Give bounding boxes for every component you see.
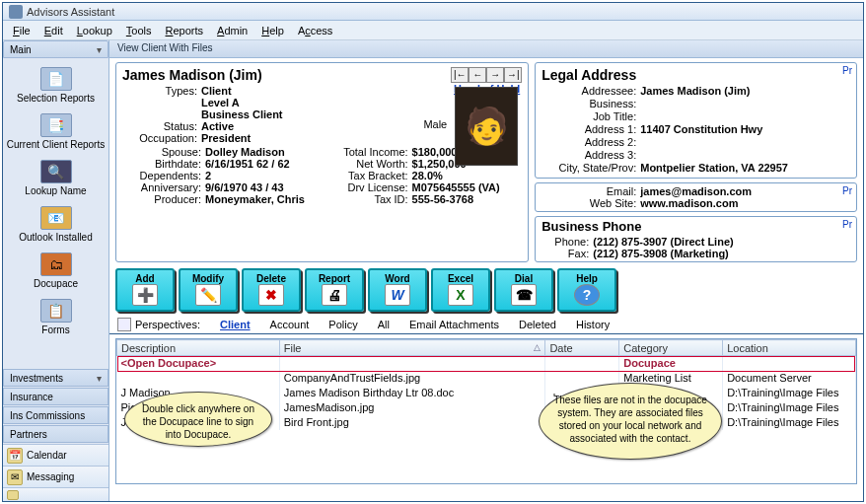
table-row[interactable]: CompanyAndTrustFields.jpg Marketing List… <box>117 371 856 386</box>
menu-reports[interactable]: Reports <box>160 23 210 38</box>
addr3-label: Address 3: <box>541 149 640 161</box>
email-value[interactable]: james@madison.com <box>640 185 850 197</box>
col-description[interactable]: Description <box>117 340 280 356</box>
addr2-label: Address 2: <box>541 136 640 148</box>
top-panes: James Madison (Jim) |← ← → →| Head of Hs… <box>109 58 863 262</box>
status-label: Status: <box>122 120 201 132</box>
sidebar-tab-investments[interactable]: Investments▾ <box>3 369 108 387</box>
menu-tools[interactable]: Tools <box>120 23 158 38</box>
cell: D:\Training\Image Files <box>723 415 856 430</box>
perspective-email-attachments[interactable]: Email Attachments <box>409 319 499 330</box>
sidebar-tab-main-label: Main <box>10 44 32 55</box>
menu-help[interactable]: Help <box>255 23 290 38</box>
business-value <box>640 98 850 109</box>
report-button[interactable]: Report🖨 <box>305 268 364 312</box>
sidebar-calendar[interactable]: 📅Calendar <box>3 444 108 466</box>
anniversary-label: Anniversary: <box>122 181 201 193</box>
sidebar-item-lookup-name[interactable]: 🔍 Lookup Name <box>3 156 108 202</box>
table-row[interactable]: <Open Docupace> Docupace <box>117 356 856 371</box>
menu-access[interactable]: Access <box>292 23 338 38</box>
modify-button[interactable]: Modify✏️ <box>179 268 238 312</box>
client-reports-icon: 📑 <box>40 113 72 137</box>
help-button[interactable]: Help? <box>557 268 616 312</box>
drv-license-value: M075645555 (VA) <box>412 181 523 193</box>
cell-file <box>279 356 545 371</box>
delete-button[interactable]: Delete✖ <box>242 268 301 312</box>
sidebar-item-outlook[interactable]: 📧 Outlook Installed <box>3 202 108 249</box>
btn-label: Add <box>135 273 154 284</box>
word-button[interactable]: WordW <box>368 268 427 312</box>
cell: Bird Front.jpg <box>279 415 545 430</box>
prefs-link[interactable]: Pr <box>842 65 852 76</box>
cell: JamesMadison.jpg <box>279 400 545 415</box>
calendar-icon: 📅 <box>7 448 23 464</box>
right-column: Pr Legal Address Addressee:James Madison… <box>535 62 857 262</box>
excel-icon: X <box>448 284 473 306</box>
sidebar-item-forms[interactable]: 📋 Forms <box>3 295 108 341</box>
addr3-value <box>640 149 850 161</box>
sidebar-item-label: Forms <box>41 324 69 335</box>
sidebar-item-current-client-reports[interactable]: 📑 Current Client Reports <box>3 109 108 156</box>
menubar: File Edit Lookup Tools Reports Admin Hel… <box>3 21 863 40</box>
jobtitle-value <box>640 110 850 122</box>
col-category[interactable]: Category <box>619 340 723 356</box>
perspectives-bar: Perspectives: Client Account Policy All … <box>109 316 863 334</box>
nav-last-button[interactable]: →| <box>504 67 522 83</box>
sidebar-tab-partners[interactable]: Partners <box>3 425 108 443</box>
prefs-link[interactable]: Pr <box>842 185 852 196</box>
col-location[interactable]: Location <box>723 340 856 356</box>
app-icon <box>9 5 23 19</box>
cell-loc <box>723 356 856 371</box>
forms-icon: 📋 <box>40 299 72 323</box>
fax-label: Fax: <box>541 248 593 259</box>
btn-label: Help <box>576 273 598 284</box>
sidebar-more[interactable] <box>3 487 108 501</box>
app-title: Advisors Assistant <box>27 6 114 18</box>
perspective-policy[interactable]: Policy <box>328 319 357 330</box>
total-income-label: Total Income: <box>320 146 408 158</box>
phone-title: Business Phone <box>541 219 850 234</box>
btn-label: Delete <box>256 273 286 284</box>
menu-admin[interactable]: Admin <box>211 23 253 38</box>
word-icon: W <box>385 284 410 306</box>
website-label: Web Site: <box>541 197 640 209</box>
btn-label: Modify <box>192 273 224 284</box>
perspective-client[interactable]: Client <box>220 319 251 330</box>
spouse-label: Spouse: <box>122 146 201 158</box>
nav-next-button[interactable]: → <box>486 67 504 83</box>
add-button[interactable]: Add➕ <box>115 268 175 312</box>
sidebar-tab-insurance[interactable]: Insurance <box>3 388 108 405</box>
sidebar-messaging[interactable]: ✉Messaging <box>3 466 108 487</box>
nav-first-button[interactable]: |← <box>451 67 469 83</box>
menu-edit[interactable]: Edit <box>38 23 69 38</box>
printer-icon: 🖨 <box>322 284 347 306</box>
btn-label: Word <box>385 273 409 284</box>
col-date[interactable]: Date <box>545 340 619 356</box>
excel-button[interactable]: ExcelX <box>431 268 490 312</box>
sidebar-item-label: Docupace <box>34 278 78 289</box>
sidebar-item-selection-reports[interactable]: 📄 Selection Reports <box>3 63 108 109</box>
sidebar-main-section: 📄 Selection Reports 📑 Current Client Rep… <box>3 59 108 345</box>
tax-bracket-value: 28.0% <box>412 170 523 181</box>
sidebar-tab-label: Partners <box>10 429 47 440</box>
menu-lookup[interactable]: Lookup <box>71 23 118 38</box>
sidebar-tab-ins-commissions[interactable]: Ins Commissions <box>3 406 108 424</box>
perspective-all[interactable]: All <box>378 319 390 330</box>
sidebar-item-label: Current Client Reports <box>7 139 105 150</box>
nav-prev-button[interactable]: ← <box>469 67 486 83</box>
sidebar-item-docupace[interactable]: 🗂 Docupace <box>3 249 108 295</box>
perspective-history[interactable]: History <box>576 319 610 330</box>
dependents-value: 2 <box>205 170 316 181</box>
record-nav: |← ← → →| <box>451 67 522 83</box>
sidebar-bottom-label: Messaging <box>27 471 74 482</box>
website-value[interactable]: www.madison.com <box>640 197 850 209</box>
perspective-deleted[interactable]: Deleted <box>519 319 556 330</box>
col-file[interactable]: File △ <box>279 340 545 356</box>
prefs-link[interactable]: Pr <box>842 219 852 230</box>
messaging-icon: ✉ <box>7 469 23 485</box>
perspective-account[interactable]: Account <box>270 319 310 330</box>
dial-button[interactable]: Dial☎ <box>494 268 553 312</box>
menu-file[interactable]: File <box>7 23 36 38</box>
tax-id-label: Tax ID: <box>320 193 408 205</box>
sidebar-tab-main[interactable]: Main ▾ <box>3 40 108 58</box>
